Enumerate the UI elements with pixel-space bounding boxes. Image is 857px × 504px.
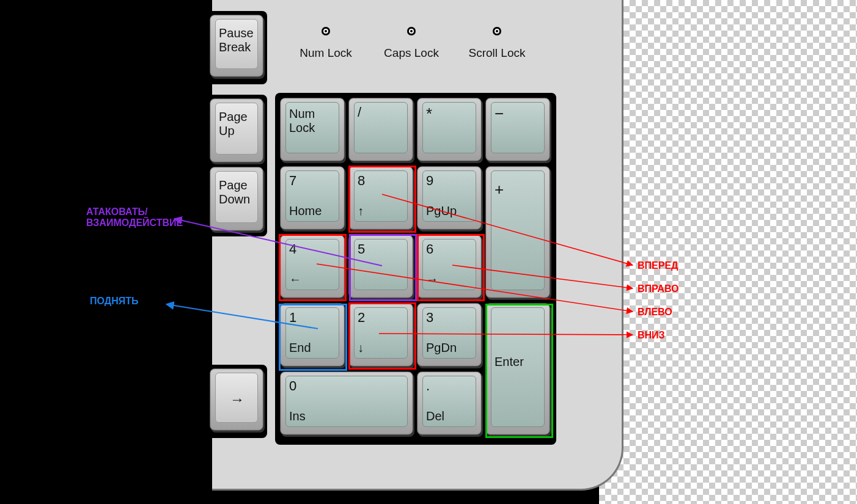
key-sub: ←	[289, 272, 301, 287]
key-main: 4	[289, 241, 296, 257]
key-sub: Ins	[289, 409, 306, 423]
annotation-attack: АТАКОВАТЬ/ ВЗАИМОДЕЙСТВИЕ	[86, 206, 183, 228]
key-sub: →	[426, 272, 438, 287]
key-main: 6	[426, 241, 433, 257]
key-label: Enter	[495, 355, 524, 369]
key-label: −	[495, 104, 504, 123]
annotation-left: ВЛЕВО	[638, 307, 672, 318]
capslock-label: Caps Lock	[384, 46, 439, 60]
numlock-label: Num Lock	[300, 46, 352, 60]
nav-cluster-mid: Page Up Page Down	[206, 95, 267, 236]
key-main: 0	[289, 378, 296, 394]
key-sub: Home	[289, 204, 322, 218]
scrolllock-label: Scroll Lock	[469, 46, 526, 60]
key-label: /	[358, 104, 361, 120]
key-sub: Del	[426, 409, 444, 423]
key-main: 5	[358, 241, 365, 257]
key-5[interactable]: 5	[348, 235, 413, 298]
key-sub: PgUp	[426, 204, 457, 218]
key-pause-break[interactable]: Pause Break	[210, 15, 263, 77]
key-decimal-del[interactable]: . Del	[417, 371, 482, 435]
key-label: Page Down	[219, 178, 250, 206]
key-main: 8	[358, 173, 365, 189]
numpad-cluster: Num Lock / * − 7 Home 8 ↑ 9 PgUp + 4 ← 5	[275, 93, 556, 445]
key-sub: PgDn	[426, 341, 457, 355]
key-1-end[interactable]: 1 End	[280, 303, 345, 367]
key-label: Pause Break	[219, 26, 254, 54]
key-label: +	[495, 180, 504, 199]
annotation-forward: ВПЕРЕД	[638, 260, 678, 271]
arrow-cluster: →	[206, 365, 267, 438]
key-main: 3	[426, 310, 433, 326]
key-page-up[interactable]: Page Up	[210, 98, 263, 163]
key-4-left[interactable]: 4 ←	[280, 235, 345, 298]
nav-cluster-top: Pause Break	[206, 11, 267, 84]
key-label: *	[426, 104, 432, 123]
key-main: 2	[358, 310, 365, 326]
key-page-down[interactable]: Page Down	[210, 167, 263, 231]
key-9-pgup[interactable]: 9 PgUp	[417, 166, 482, 230]
key-8-up[interactable]: 8 ↑	[348, 166, 413, 230]
capslock-led	[407, 27, 416, 35]
key-numlock[interactable]: Num Lock	[280, 98, 345, 161]
key-7-home[interactable]: 7 Home	[280, 166, 345, 230]
key-sub: ↑	[358, 204, 364, 218]
key-subtract[interactable]: −	[485, 98, 550, 161]
key-main: 9	[426, 173, 433, 189]
arrow-right-icon: →	[230, 391, 245, 408]
key-enter[interactable]: Enter	[485, 303, 550, 435]
key-arrow-right[interactable]: →	[210, 368, 263, 431]
key-add[interactable]: +	[485, 166, 550, 298]
key-multiply[interactable]: *	[417, 98, 482, 161]
key-main: 1	[289, 310, 296, 326]
key-0-ins[interactable]: 0 Ins	[280, 371, 413, 435]
annotation-right: ВПРАВО	[638, 283, 679, 294]
transparency-checker	[599, 0, 857, 504]
key-divide[interactable]: /	[348, 98, 413, 161]
key-sub: ↓	[358, 341, 364, 355]
key-label: Page Up	[219, 110, 248, 138]
key-2-down[interactable]: 2 ↓	[348, 303, 413, 367]
key-3-pgdn[interactable]: 3 PgDn	[417, 303, 482, 367]
key-label: Num Lock	[289, 107, 315, 135]
key-sub: End	[289, 341, 311, 355]
numlock-led	[322, 27, 330, 35]
annotation-down: ВНИЗ	[638, 330, 665, 341]
annotation-pickup: ПОДНЯТЬ	[90, 296, 138, 307]
key-main: 7	[289, 173, 296, 189]
scrolllock-led	[493, 27, 501, 35]
key-main: .	[426, 378, 430, 394]
key-6-right[interactable]: 6 →	[417, 235, 482, 298]
